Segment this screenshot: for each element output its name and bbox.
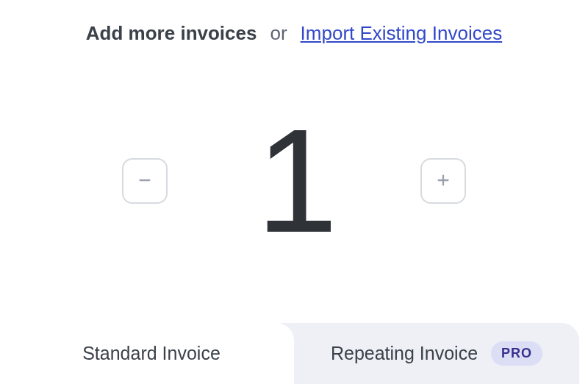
quantity-stepper: 1 <box>0 107 588 255</box>
stepper-value: 1 <box>256 107 331 255</box>
invoice-type-tabs: Standard Invoice Repeating Invoice PRO <box>9 323 579 384</box>
pro-badge: PRO <box>491 341 542 366</box>
tab-label: Standard Invoice <box>82 343 220 364</box>
increment-button[interactable] <box>420 158 466 204</box>
header-row: Add more invoices or Import Existing Inv… <box>0 0 588 45</box>
tab-repeating-invoice[interactable]: Repeating Invoice PRO <box>294 323 579 384</box>
tab-standard-invoice[interactable]: Standard Invoice <box>9 323 294 384</box>
decrement-button[interactable] <box>122 158 168 204</box>
import-existing-invoices-link[interactable]: Import Existing Invoices <box>301 22 503 45</box>
header-or-text: or <box>270 22 287 45</box>
header-title: Add more invoices <box>86 22 257 45</box>
plus-icon <box>435 172 451 191</box>
tab-label: Repeating Invoice <box>331 343 478 364</box>
minus-icon <box>137 172 153 191</box>
